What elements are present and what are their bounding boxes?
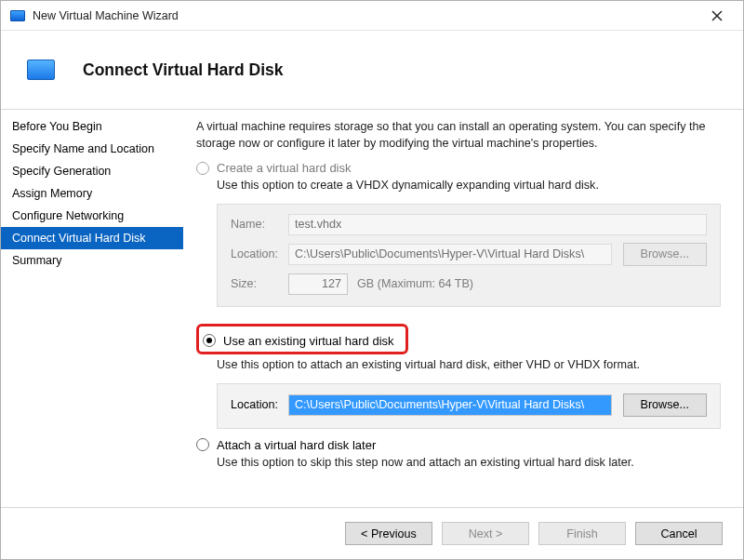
existing-location-label: Location: — [231, 398, 288, 411]
option-later: Attach a virtual hard disk later Use thi… — [196, 438, 721, 472]
page-title: Connect Virtual Hard Disk — [83, 60, 284, 80]
size-unit: GB (Maximum: 64 TB) — [357, 277, 473, 290]
radio-create-label: Create a virtual hard disk — [217, 161, 352, 175]
option-existing: Use an existing virtual hard disk Use th… — [196, 316, 721, 429]
radio-later-label: Attach a virtual hard disk later — [217, 438, 376, 452]
app-icon — [10, 10, 25, 21]
wizard-body: Before You Begin Specify Name and Locati… — [1, 110, 743, 507]
size-input[interactable] — [288, 273, 348, 295]
step-connect-vhd[interactable]: Connect Virtual Hard Disk — [1, 227, 183, 249]
name-input[interactable] — [288, 214, 707, 235]
step-specify-generation[interactable]: Specify Generation — [1, 160, 183, 182]
existing-sub: Use this option to attach an existing vi… — [196, 357, 721, 374]
radio-existing[interactable]: Use an existing virtual hard disk — [203, 334, 394, 348]
existing-browse-button[interactable]: Browse... — [623, 393, 708, 417]
wizard-page-icon — [27, 60, 55, 80]
existing-location-input[interactable] — [288, 394, 612, 416]
step-before-you-begin[interactable]: Before You Begin — [1, 115, 183, 138]
next-button[interactable]: Next > — [442, 522, 529, 545]
name-label: Name: — [231, 218, 288, 231]
create-location-input[interactable] — [288, 244, 612, 265]
radio-later[interactable]: Attach a virtual hard disk later — [196, 438, 721, 452]
radio-icon — [196, 162, 209, 175]
wizard-header: Connect Virtual Hard Disk — [1, 31, 743, 110]
step-summary[interactable]: Summary — [1, 249, 183, 272]
window-title: New Virtual Machine Wizard — [33, 9, 698, 22]
wizard-footer: < Previous Next > Finish Cancel — [1, 507, 743, 559]
wizard-content: A virtual machine requires storage so th… — [183, 110, 743, 507]
wizard-steps: Before You Begin Specify Name and Locati… — [1, 110, 183, 507]
previous-button[interactable]: < Previous — [345, 522, 432, 545]
close-button[interactable] — [698, 4, 736, 28]
existing-panel: Location: Browse... — [217, 383, 721, 429]
radio-icon — [196, 438, 209, 451]
later-sub: Use this option to skip this step now an… — [196, 455, 721, 472]
radio-create[interactable]: Create a virtual hard disk — [196, 161, 721, 175]
create-browse-button[interactable]: Browse... — [623, 243, 708, 266]
wizard-window: New Virtual Machine Wizard Connect Virtu… — [0, 0, 744, 560]
create-location-label: Location: — [231, 247, 288, 260]
create-sub: Use this option to create a VHDX dynamic… — [196, 178, 721, 194]
create-panel: Name: Location: Browse... Size: GB (Maxi… — [217, 204, 721, 307]
step-specify-name[interactable]: Specify Name and Location — [1, 138, 183, 160]
option-create: Create a virtual hard disk Use this opti… — [196, 161, 721, 307]
cancel-button[interactable]: Cancel — [635, 522, 723, 545]
size-label: Size: — [231, 277, 288, 290]
highlight-box: Use an existing virtual hard disk — [196, 324, 408, 354]
radio-icon — [203, 334, 216, 347]
radio-existing-label: Use an existing virtual hard disk — [223, 334, 394, 348]
finish-button[interactable]: Finish — [538, 522, 626, 545]
step-assign-memory[interactable]: Assign Memory — [1, 182, 183, 205]
titlebar: New Virtual Machine Wizard — [1, 1, 743, 31]
intro-text: A virtual machine requires storage so th… — [196, 119, 721, 152]
close-icon — [711, 10, 723, 21]
step-configure-networking[interactable]: Configure Networking — [1, 205, 183, 227]
